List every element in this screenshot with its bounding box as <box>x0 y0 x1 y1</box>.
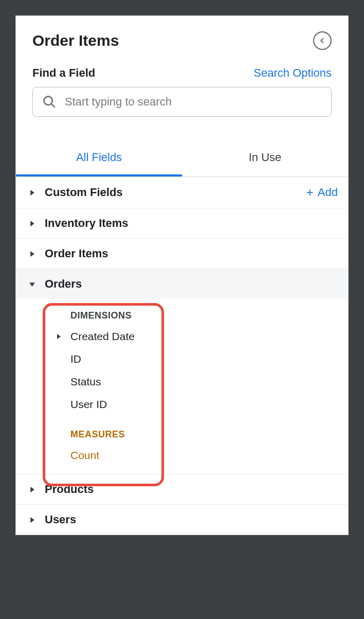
orders-subtree: DIMENSIONS Created Date ID Status User I… <box>16 299 348 474</box>
chevron-right-icon <box>26 487 38 492</box>
tree-item-order-items[interactable]: Order Items <box>16 239 348 269</box>
chevron-left-icon <box>318 37 326 45</box>
plus-icon: + <box>306 185 314 200</box>
field-status[interactable]: Status <box>16 370 348 393</box>
svg-marker-8 <box>30 517 34 523</box>
tree-item-label: Orders <box>45 277 338 291</box>
search-box[interactable] <box>32 87 332 117</box>
svg-line-1 <box>51 104 55 108</box>
find-field-label: Find a Field <box>32 66 95 80</box>
dimensions-header: DIMENSIONS <box>16 305 348 325</box>
svg-marker-4 <box>30 251 34 257</box>
chevron-right-icon <box>26 251 38 257</box>
field-id[interactable]: ID <box>16 348 348 370</box>
field-label: Status <box>56 376 101 388</box>
svg-marker-2 <box>30 190 34 196</box>
tree-item-products[interactable]: Products <box>16 474 348 505</box>
chevron-down-icon <box>26 281 38 287</box>
chevron-right-icon <box>56 334 70 339</box>
add-custom-field-button[interactable]: + Add <box>306 185 338 200</box>
field-created-date[interactable]: Created Date <box>16 325 348 348</box>
tab-all-fields[interactable]: All Fields <box>16 140 182 176</box>
tree-item-custom-fields[interactable]: Custom Fields + Add <box>16 177 348 208</box>
tree-item-inventory-items[interactable]: Inventory Items <box>16 208 348 239</box>
svg-marker-3 <box>30 221 34 226</box>
field-count[interactable]: Count <box>16 444 348 467</box>
field-label: Count <box>56 449 99 462</box>
field-label: ID <box>56 353 81 365</box>
svg-marker-6 <box>57 334 61 339</box>
field-label: Created Date <box>70 330 135 343</box>
add-label: Add <box>318 186 338 199</box>
field-picker-panel: Order Items Find a Field Search Options … <box>15 15 349 535</box>
panel-header: Order Items <box>16 16 348 60</box>
svg-marker-7 <box>30 487 34 492</box>
tree-item-label: Products <box>45 483 338 496</box>
back-button[interactable] <box>313 31 332 50</box>
panel-title: Order Items <box>32 32 119 49</box>
chevron-right-icon <box>26 190 38 196</box>
measures-header: MEASURES <box>16 416 348 444</box>
search-icon <box>42 95 57 109</box>
tabs: All Fields In Use <box>16 140 348 177</box>
search-input[interactable] <box>65 95 322 109</box>
svg-marker-5 <box>29 282 35 287</box>
search-section: Find a Field Search Options <box>16 60 348 129</box>
tree-item-label: Custom Fields <box>45 186 306 199</box>
tab-in-use[interactable]: In Use <box>182 140 348 176</box>
field-tree: Custom Fields + Add Inventory Items Orde… <box>16 177 348 535</box>
chevron-right-icon <box>26 221 38 226</box>
field-user-id[interactable]: User ID <box>16 393 348 416</box>
svg-point-0 <box>44 97 52 105</box>
tree-item-orders[interactable]: Orders <box>16 269 348 299</box>
chevron-right-icon <box>26 517 38 523</box>
field-label: User ID <box>56 398 107 411</box>
search-options-link[interactable]: Search Options <box>253 66 332 80</box>
tree-item-label: Order Items <box>45 247 338 260</box>
tree-item-users[interactable]: Users <box>16 505 348 535</box>
tree-item-label: Users <box>45 513 338 526</box>
search-labels: Find a Field Search Options <box>32 66 332 80</box>
tree-item-label: Inventory Items <box>45 217 338 230</box>
